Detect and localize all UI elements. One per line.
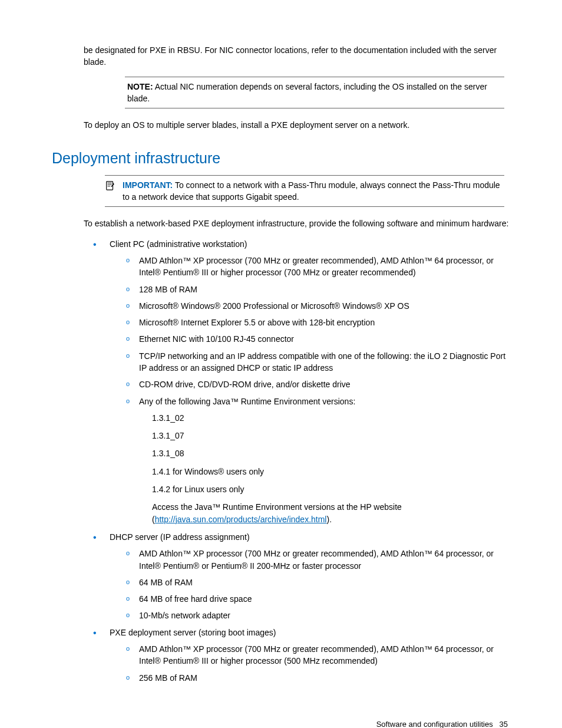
intro-paragraph-2: To deploy an OS to multiple server blade… [52, 119, 510, 131]
java-version: 1.3.1_07 [152, 430, 510, 442]
sub-list-item: Microsoft® Internet Explorer 5.5 or abov… [126, 317, 510, 328]
sub-list-item: 64 MB of RAM [126, 577, 510, 588]
java-version: 1.3.1_02 [152, 412, 510, 424]
important-text: To connect to a network with a Pass-Thru… [123, 180, 500, 202]
sub-list-item: AMD Athlon™ XP processor (700 MHz or gre… [126, 548, 510, 572]
java-access-suffix: ). [326, 515, 332, 524]
sub-list-item: 10-Mb/s network adapter [126, 610, 510, 621]
list-item-label: Client PC (administrative workstation) [110, 239, 247, 249]
important-callout: IMPORTANT: To connect to a network with … [105, 175, 504, 207]
sub-list-item: CD-ROM drive, CD/DVD-ROM drive, and/or d… [126, 378, 510, 390]
note-text: Actual NIC numeration depends on several… [127, 82, 487, 103]
sub-list: AMD Athlon™ XP processor (700 MHz or gre… [110, 255, 510, 525]
sub-list-item: Microsoft® Windows® 2000 Professional or… [126, 300, 510, 312]
sub-list-item: Any of the following Java™ Runtime Envir… [126, 396, 510, 525]
sub-list-item: 256 MB of RAM [126, 672, 510, 684]
sub-list-item: Ethernet NIC with 10/100 RJ-45 connector [126, 333, 510, 345]
list-item: Client PC (administrative workstation) A… [93, 238, 510, 525]
sub-list: AMD Athlon™ XP processor (700 MHz or gre… [110, 548, 510, 621]
lead-paragraph: To establish a network-based PXE deploym… [52, 218, 510, 229]
java-link[interactable]: http://java.sun.com/products/archive/ind… [155, 515, 327, 524]
sub-list-item: AMD Athlon™ XP processor (700 MHz or gre… [126, 643, 510, 667]
sub-list-item-text: Any of the following Java™ Runtime Envir… [139, 397, 355, 406]
list-item-label: DHCP server (IP address assignment) [110, 532, 250, 542]
java-version: 1.3.1_08 [152, 447, 510, 459]
list-item: PXE deployment server (storing boot imag… [93, 627, 510, 684]
java-versions-block: 1.3.1_02 1.3.1_07 1.3.1_08 1.4.1 for Win… [139, 412, 510, 525]
sub-list-item: 64 MB of free hard drive space [126, 593, 510, 605]
page-footer: Software and configuration utilities 35 [52, 719, 510, 728]
sub-list-item: TCP/IP networking and an IP address comp… [126, 350, 510, 374]
sub-list: AMD Athlon™ XP processor (700 MHz or gre… [110, 643, 510, 684]
footer-page-number: 35 [500, 720, 508, 728]
requirements-list: Client PC (administrative workstation) A… [52, 238, 510, 684]
list-item-label: PXE deployment server (storing boot imag… [110, 628, 276, 637]
java-version: 1.4.2 for Linux users only [152, 483, 510, 495]
java-version: 1.4.1 for Windows® users only [152, 466, 510, 477]
note-label: NOTE: [127, 82, 153, 91]
important-icon [105, 180, 117, 194]
sub-list-item: 128 MB of RAM [126, 284, 510, 295]
list-item: DHCP server (IP address assignment) AMD … [93, 531, 510, 622]
important-label: IMPORTANT: [123, 180, 173, 190]
note-callout: NOTE: Actual NIC numeration depends on s… [125, 77, 504, 109]
footer-section: Software and configuration utilities [376, 720, 493, 728]
sub-list-item: AMD Athlon™ XP processor (700 MHz or gre… [126, 255, 510, 279]
section-heading: Deployment infrastructure [52, 147, 510, 169]
java-access-note: Access the Java™ Runtime Environment ver… [152, 501, 510, 525]
intro-paragraph-1: be designated for PXE in RBSU. For NIC c… [52, 44, 510, 68]
